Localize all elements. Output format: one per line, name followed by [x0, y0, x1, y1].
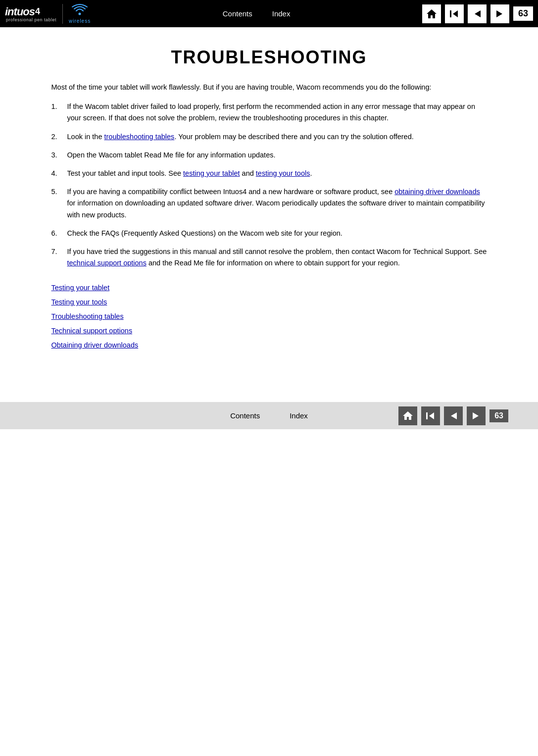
top-navigation-bar: intuos 4 professional pen tablet wireles… — [0, 0, 538, 27]
bottom-links-section: Testing your tablet Testing your tools T… — [51, 281, 487, 353]
troubleshooting-tables-link-inline[interactable]: troubleshooting tables — [104, 133, 174, 141]
text-before-7: If you have tried the suggestions in thi… — [67, 248, 487, 255]
text-middle-4: and — [240, 169, 256, 177]
svg-marker-9 — [451, 412, 457, 419]
svg-marker-5 — [496, 10, 502, 17]
home-button[interactable] — [422, 4, 441, 23]
technical-support-options-link-inline[interactable]: technical support options — [67, 259, 147, 267]
list-item-text-1: If the Wacom tablet driver failed to loa… — [67, 101, 487, 124]
list-item-text-2: Look in the troubleshooting tables. Your… — [67, 131, 487, 143]
list-item-text-3: Open the Wacom tablet Read Me file for a… — [67, 150, 487, 161]
svg-marker-3 — [453, 10, 458, 17]
logo-divider — [62, 4, 63, 24]
list-item-text-4: Test your tablet and input tools. See te… — [67, 168, 487, 179]
testing-your-tablet-link[interactable]: Testing your tablet — [51, 281, 487, 295]
list-item-text-7: If you have tried the suggestions in thi… — [67, 246, 487, 269]
logo-number: 4 — [35, 6, 40, 17]
logo-subtitle: professional pen tablet — [5, 17, 56, 22]
svg-marker-6 — [403, 411, 413, 420]
svg-marker-1 — [427, 9, 437, 18]
first-page-button-bottom[interactable] — [421, 406, 440, 425]
logo-box: intuos 4 professional pen tablet — [5, 5, 56, 22]
svg-rect-2 — [450, 10, 451, 17]
main-content: TROUBLESHOOTING Most of the time your ta… — [22, 27, 517, 372]
contents-link-top[interactable]: Contents — [223, 9, 252, 18]
home-button-bottom[interactable] — [398, 406, 417, 425]
list-item: 4. Test your tablet and input tools. See… — [51, 168, 487, 179]
logo-brand-text: intuos — [5, 5, 35, 18]
svg-marker-4 — [475, 10, 481, 17]
list-number: 1. — [51, 101, 61, 124]
prev-page-button[interactable] — [468, 4, 487, 23]
list-number: 5. — [51, 186, 61, 221]
top-bar-right-nav: 63 — [422, 4, 533, 23]
list-number: 7. — [51, 246, 61, 269]
top-bar-center-nav: Contents Index — [91, 9, 422, 18]
text-before-2: Look in the — [67, 133, 104, 141]
contents-link-bottom[interactable]: Contents — [230, 411, 260, 420]
prev-page-button-bottom[interactable] — [444, 406, 463, 425]
text-before-5: If you are having a compatibility confli… — [67, 188, 395, 196]
troubleshooting-tables-link[interactable]: Troubleshooting tables — [51, 309, 487, 324]
logo-intuos: intuos 4 — [5, 5, 40, 18]
list-item: 5. If you are having a compatibility con… — [51, 186, 487, 221]
text-before-4: Test your tablet and input tools. See — [67, 169, 184, 177]
svg-marker-8 — [429, 412, 434, 419]
top-bar-left: intuos 4 professional pen tablet wireles… — [5, 4, 91, 24]
bottom-bar-right-nav: 63 — [398, 406, 508, 425]
next-page-button-bottom[interactable] — [467, 406, 486, 425]
text-after-5: for information on downloading an update… — [67, 199, 485, 218]
list-number: 4. — [51, 168, 61, 179]
text-after-2: . Your problem may be described there an… — [174, 133, 413, 141]
index-link-bottom[interactable]: Index — [290, 411, 308, 420]
next-page-button[interactable] — [490, 4, 509, 23]
page-number-top: 63 — [513, 6, 533, 21]
text-after-7: and the Read Me file for information on … — [147, 259, 400, 267]
testing-your-tablet-link-inline[interactable]: testing your tablet — [183, 169, 240, 177]
list-item: 2. Look in the troubleshooting tables. Y… — [51, 131, 487, 143]
list-item-text-5: If you are having a compatibility confli… — [67, 186, 487, 221]
list-item: 6. Check the FAQs (Frequently Asked Ques… — [51, 228, 487, 239]
obtaining-driver-downloads-link[interactable]: Obtaining driver downloads — [51, 338, 487, 353]
wireless-label: wireless — [69, 18, 91, 24]
index-link-top[interactable]: Index — [272, 9, 291, 18]
page-number-bottom: 63 — [489, 409, 508, 422]
list-number: 6. — [51, 228, 61, 239]
svg-marker-10 — [473, 412, 479, 419]
bottom-navigation-bar: Contents Index 63 — [0, 402, 538, 429]
technical-support-options-link[interactable]: Technical support options — [51, 324, 487, 338]
first-page-button[interactable] — [445, 4, 464, 23]
text-after-4: . — [310, 169, 312, 177]
testing-your-tools-link[interactable]: Testing your tools — [51, 295, 487, 309]
testing-your-tools-link-inline[interactable]: testing your tools — [256, 169, 310, 177]
bottom-bar-center-nav: Contents Index — [230, 411, 308, 420]
intro-paragraph: Most of the time your tablet will work f… — [51, 82, 487, 93]
list-item: 7. If you have tried the suggestions in … — [51, 246, 487, 269]
page-title: TROUBLESHOOTING — [51, 47, 487, 68]
wireless-area: wireless — [69, 4, 91, 24]
list-number: 3. — [51, 150, 61, 161]
list-item: 1. If the Wacom tablet driver failed to … — [51, 101, 487, 124]
list-item-text-6: Check the FAQs (Frequently Asked Questio… — [67, 228, 487, 239]
svg-rect-7 — [426, 412, 428, 419]
obtaining-driver-downloads-link-inline[interactable]: obtaining driver downloads — [394, 188, 480, 196]
wireless-icon — [71, 4, 89, 18]
svg-point-0 — [79, 12, 81, 15]
list-number: 2. — [51, 131, 61, 143]
instructions-list: 1. If the Wacom tablet driver failed to … — [51, 101, 487, 269]
list-item: 3. Open the Wacom tablet Read Me file fo… — [51, 150, 487, 161]
